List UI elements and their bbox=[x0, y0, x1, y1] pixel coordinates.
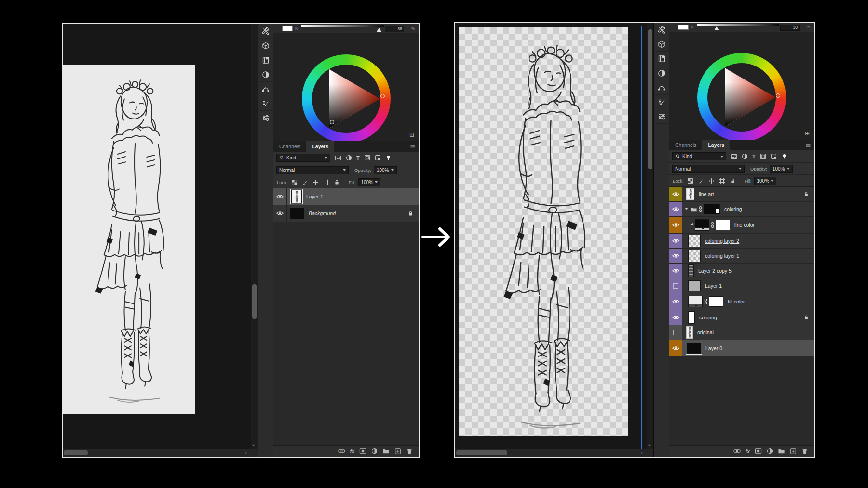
layer-name[interactable]: line color bbox=[734, 222, 755, 228]
tab-layers[interactable]: Layers bbox=[306, 141, 334, 152]
library-icon[interactable] bbox=[654, 52, 669, 66]
lock-paint-icon[interactable] bbox=[302, 179, 308, 185]
blend-mode-dropdown[interactable]: Normal bbox=[276, 166, 349, 174]
3d-icon[interactable] bbox=[258, 39, 273, 53]
visibility-toggle[interactable] bbox=[669, 264, 682, 278]
layer-style-icon[interactable]: fx bbox=[746, 448, 750, 454]
layer-name[interactable]: original bbox=[697, 330, 714, 335]
opacity-dropdown[interactable]: 100% bbox=[374, 166, 397, 174]
canvas-area-before[interactable]: › › bbox=[63, 24, 258, 457]
visibility-toggle[interactable] bbox=[669, 293, 682, 310]
layer-thumbnail[interactable] bbox=[688, 280, 701, 291]
layer-name[interactable]: coloring bbox=[699, 315, 717, 320]
layer-name[interactable]: coloring layer 2 bbox=[705, 238, 739, 244]
new-group-icon[interactable] bbox=[778, 448, 785, 455]
fill-dropdown[interactable]: 100% bbox=[358, 178, 380, 186]
horizontal-scrollbar[interactable]: › bbox=[455, 449, 653, 457]
tab-channels[interactable]: Channels bbox=[669, 140, 702, 150]
filter-type-icon[interactable]: T bbox=[752, 154, 756, 159]
brush-settings-icon[interactable] bbox=[258, 96, 273, 111]
filter-pixel-icon[interactable] bbox=[335, 155, 341, 161]
layer-name[interactable]: Layer 1 bbox=[705, 283, 722, 289]
mask-thumbnail[interactable] bbox=[716, 220, 730, 230]
link-layers-icon[interactable] bbox=[338, 448, 345, 455]
panel-menu-icon[interactable] bbox=[410, 144, 416, 150]
visibility-toggle[interactable] bbox=[669, 278, 682, 293]
add-mask-icon[interactable] bbox=[755, 448, 762, 455]
kind-filter-dropdown[interactable]: Kind bbox=[672, 152, 726, 160]
path-icon[interactable] bbox=[258, 82, 273, 96]
filter-frame-icon[interactable] bbox=[760, 153, 766, 159]
new-layer-icon[interactable] bbox=[394, 448, 401, 455]
layer-row[interactable]: Layer 0 bbox=[669, 340, 814, 356]
layer-row[interactable]: fill color bbox=[669, 293, 814, 310]
layer-row[interactable]: line art bbox=[669, 187, 814, 202]
new-layer-icon[interactable] bbox=[790, 448, 797, 455]
tab-layers[interactable]: Layers bbox=[702, 140, 730, 150]
tools-icon[interactable] bbox=[654, 23, 669, 37]
scroll-right-icon[interactable]: › bbox=[245, 450, 247, 456]
vertical-scrollbar[interactable]: › bbox=[251, 24, 258, 449]
scrollbar-thumb[interactable] bbox=[252, 284, 257, 319]
layer-thumbnail[interactable] bbox=[688, 311, 695, 324]
filter-pixel-icon[interactable] bbox=[731, 153, 737, 160]
transform-bounds-right[interactable] bbox=[641, 26, 642, 453]
scrollbar-thumb[interactable] bbox=[64, 450, 88, 455]
canvas-area-after[interactable]: › › bbox=[455, 23, 656, 457]
visibility-toggle[interactable] bbox=[669, 234, 682, 248]
layer-thumbnail[interactable] bbox=[688, 250, 701, 262]
lock-move-icon[interactable] bbox=[312, 179, 319, 185]
sv-triangle[interactable] bbox=[302, 54, 391, 143]
layer-row[interactable]: coloring bbox=[669, 310, 814, 325]
scroll-down-icon[interactable]: › bbox=[251, 444, 257, 446]
blend-mode-dropdown[interactable]: Normal bbox=[672, 165, 745, 173]
tab-channels[interactable]: Channels bbox=[273, 141, 306, 152]
layer-thumbnail[interactable] bbox=[688, 296, 703, 305]
scroll-right-icon[interactable]: › bbox=[641, 450, 643, 456]
slider-marker[interactable] bbox=[377, 28, 381, 32]
layer-name[interactable]: Layer 2 copy 5 bbox=[698, 268, 732, 274]
layer-name[interactable]: Layer 1 bbox=[306, 194, 323, 199]
color-swatch[interactable] bbox=[678, 25, 689, 30]
layer-name[interactable]: Layer 0 bbox=[705, 345, 722, 351]
sv-marker[interactable] bbox=[727, 74, 732, 78]
visibility-toggle[interactable] bbox=[273, 205, 287, 222]
filter-smart-object-icon[interactable] bbox=[375, 155, 381, 161]
gradient-ramp[interactable] bbox=[697, 24, 779, 26]
lock-all-icon[interactable] bbox=[730, 178, 736, 184]
layer-row[interactable]: coloring layer 2 bbox=[669, 234, 814, 249]
lock-transparency-icon[interactable] bbox=[687, 178, 693, 184]
layer-row[interactable]: Background bbox=[273, 205, 419, 222]
layer-thumbnail[interactable] bbox=[695, 219, 709, 228]
group-thumbnail[interactable] bbox=[704, 204, 720, 214]
layer-thumbnail[interactable] bbox=[688, 235, 701, 247]
layer-name[interactable]: coloring layer 1 bbox=[705, 253, 739, 259]
layer-thumbnail[interactable] bbox=[291, 190, 302, 203]
link-layers-icon[interactable] bbox=[733, 448, 741, 455]
new-group-icon[interactable] bbox=[382, 448, 390, 455]
layer-name[interactable]: fill color bbox=[728, 299, 745, 304]
layer-name[interactable]: line art bbox=[699, 191, 714, 197]
layer-row[interactable]: original bbox=[669, 325, 814, 340]
filter-type-icon[interactable]: T bbox=[356, 155, 360, 161]
layer-group-row[interactable]: ▼ coloring bbox=[669, 202, 814, 217]
delete-layer-icon[interactable] bbox=[801, 448, 808, 455]
library-icon[interactable] bbox=[258, 53, 273, 67]
brush-settings-icon[interactable] bbox=[654, 95, 669, 109]
layer-row[interactable]: Layer 1 bbox=[273, 188, 419, 205]
new-adjustment-icon[interactable] bbox=[767, 448, 773, 454]
delete-layer-icon[interactable] bbox=[406, 448, 413, 455]
adjustment-icon[interactable] bbox=[654, 66, 669, 80]
adjust-sliders-icon[interactable] bbox=[654, 109, 669, 124]
lock-paint-icon[interactable] bbox=[698, 178, 704, 184]
document-canvas-after[interactable] bbox=[459, 27, 628, 436]
lock-all-icon[interactable] bbox=[334, 179, 340, 185]
sv-marker[interactable] bbox=[330, 120, 334, 124]
visibility-toggle[interactable] bbox=[273, 188, 287, 205]
layer-thumbnail[interactable] bbox=[686, 188, 694, 200]
scroll-down-icon[interactable]: › bbox=[647, 444, 652, 446]
slider-marker[interactable] bbox=[714, 26, 719, 30]
path-icon[interactable] bbox=[654, 80, 669, 95]
filter-smart-object-icon[interactable] bbox=[771, 153, 777, 159]
slider-value[interactable]: 30 bbox=[780, 25, 800, 31]
